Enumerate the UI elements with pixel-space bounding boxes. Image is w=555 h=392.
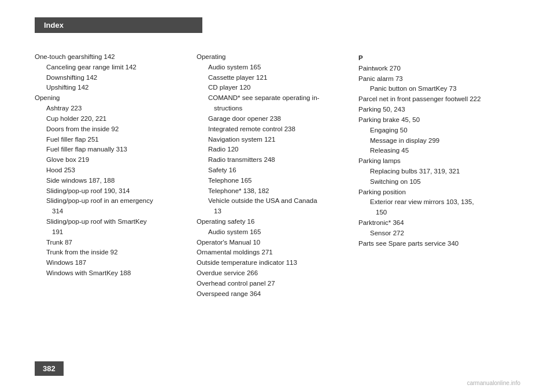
list-item: Audio system 165 bbox=[197, 62, 353, 73]
list-item: Upshifting 142 bbox=[35, 83, 191, 93]
list-item: Sliding/pop-up roof in an emergency bbox=[35, 196, 191, 206]
list-item: Parking 50, 243 bbox=[358, 105, 515, 115]
list-item: Releasing 45 bbox=[358, 146, 515, 156]
page-number: 382 bbox=[43, 364, 56, 373]
list-item: Safety 16 bbox=[197, 165, 353, 176]
list-item: Operating bbox=[197, 52, 353, 62]
list-item: Side windows 187, 188 bbox=[35, 176, 191, 186]
list-item: Sliding/pop-up roof with SmartKey bbox=[35, 217, 191, 227]
list-item: Panic button on SmartKey 73 bbox=[358, 84, 515, 94]
list-item: Parking position bbox=[358, 187, 515, 198]
list-item: Radio 120 bbox=[197, 145, 353, 155]
list-item: Radio transmitters 248 bbox=[197, 155, 353, 165]
list-item: 150 bbox=[358, 208, 515, 218]
list-item: Overdue service 266 bbox=[197, 268, 353, 279]
list-item: Panic alarm 73 bbox=[358, 74, 515, 84]
list-item: Exterior rear view mirrors 103, 135, bbox=[358, 197, 515, 208]
list-item: Windows with SmartKey 188 bbox=[35, 268, 191, 279]
list-item: Navigation system 121 bbox=[197, 135, 353, 145]
list-item: Paintwork 270 bbox=[358, 64, 515, 74]
list-item: Telephone* 138, 182 bbox=[197, 186, 353, 197]
list-item: Sliding/pop-up roof 190, 314 bbox=[35, 186, 191, 197]
list-item: Fuel filler flap 251 bbox=[35, 135, 191, 145]
list-item: Windows 187 bbox=[35, 258, 191, 268]
list-item: Ornamental moldings 271 bbox=[197, 247, 353, 258]
list-item: structions bbox=[197, 103, 353, 114]
page-number-badge: 382 bbox=[35, 361, 64, 376]
list-item: Parktronic* 364 bbox=[358, 218, 515, 228]
list-item: P bbox=[358, 53, 515, 64]
list-item: Integrated remote control 238 bbox=[197, 124, 353, 135]
column-3: PPaintwork 270Panic alarm 73Panic button… bbox=[358, 52, 520, 346]
list-item: 191 bbox=[35, 227, 191, 238]
list-item: Glove box 219 bbox=[35, 155, 191, 165]
list-item: Overhead control panel 27 bbox=[197, 279, 353, 289]
column-2: OperatingAudio system 165Cassette player… bbox=[197, 52, 358, 346]
list-item: Parking lamps bbox=[358, 156, 515, 167]
list-item: Replacing bulbs 317, 319, 321 bbox=[358, 167, 515, 177]
list-item: One-touch gearshifting 142 bbox=[35, 52, 191, 62]
list-item: Canceling gear range limit 142 bbox=[35, 62, 191, 73]
list-item: Telephone 165 bbox=[197, 176, 353, 186]
list-item: Sensor 272 bbox=[358, 228, 515, 239]
list-item: Operating safety 16 bbox=[197, 217, 353, 227]
list-item: Vehicle outside the USA and Canada bbox=[197, 196, 353, 206]
list-item: Ashtray 223 bbox=[35, 103, 191, 114]
list-item: 314 bbox=[35, 206, 191, 217]
list-item: Message in display 299 bbox=[358, 136, 515, 146]
list-item: 13 bbox=[197, 206, 353, 217]
list-item: COMAND* see separate operating in- bbox=[197, 93, 353, 103]
list-item: Trunk from the inside 92 bbox=[35, 247, 191, 258]
watermark: carmanualonline.info bbox=[467, 380, 520, 386]
list-item: Engaging 50 bbox=[358, 125, 515, 136]
list-item: Switching on 105 bbox=[358, 177, 515, 187]
column-1: One-touch gearshifting 142Canceling gear… bbox=[35, 52, 197, 346]
list-item: Opening bbox=[35, 93, 191, 103]
list-item: Garage door opener 238 bbox=[197, 114, 353, 124]
content-area: One-touch gearshifting 142Canceling gear… bbox=[35, 52, 520, 346]
list-item: Cup holder 220, 221 bbox=[35, 114, 191, 124]
list-item: Parking brake 45, 50 bbox=[358, 115, 515, 125]
list-item: Parts see Spare parts service 340 bbox=[358, 239, 515, 249]
list-item: Fuel filler flap manually 313 bbox=[35, 145, 191, 155]
list-item: Operator's Manual 10 bbox=[197, 238, 353, 248]
list-item: Doors from the inside 92 bbox=[35, 124, 191, 135]
list-item: Outside temperature indicator 113 bbox=[197, 258, 353, 268]
index-title: Index bbox=[44, 21, 64, 29]
list-item: Parcel net in front passenger footwell 2… bbox=[358, 94, 515, 105]
list-item: CD player 120 bbox=[197, 83, 353, 93]
list-item: Hood 253 bbox=[35, 165, 191, 176]
list-item: Trunk 87 bbox=[35, 238, 191, 248]
list-item: Downshifting 142 bbox=[35, 73, 191, 83]
list-item: Audio system 165 bbox=[197, 227, 353, 238]
list-item: Overspeed range 364 bbox=[197, 289, 353, 299]
list-item: Cassette player 121 bbox=[197, 73, 353, 83]
index-header: Index bbox=[35, 17, 202, 33]
